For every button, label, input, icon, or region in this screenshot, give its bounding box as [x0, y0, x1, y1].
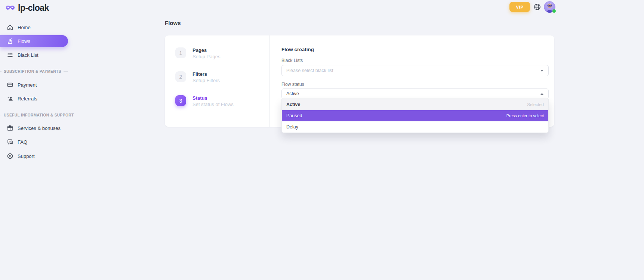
mask-logo-icon	[6, 4, 15, 12]
sidebar-item-flows[interactable]: Flows	[0, 35, 68, 47]
home-icon	[7, 24, 13, 31]
online-status-dot	[552, 9, 556, 13]
language-globe-icon[interactable]	[534, 3, 541, 10]
sidebar-item-label: Services & bonuses	[18, 125, 61, 131]
list-icon	[7, 52, 13, 58]
section-title: SUBSCRIPTION & PAYMENTS	[4, 69, 61, 74]
sidebar-item-label: Payment	[18, 82, 37, 88]
step-title: Status	[192, 95, 234, 101]
chevron-down-icon	[540, 70, 543, 72]
wizard-step-filters[interactable]: 2 Filters Setup Filters	[175, 71, 269, 83]
vip-button[interactable]: VIP	[509, 2, 530, 12]
section-title: USEFUL INFORMATION & SUPPORT	[4, 113, 74, 117]
option-label: Delay	[286, 124, 298, 130]
step-number: 1	[175, 47, 186, 58]
flow-status-label: Flow status	[281, 82, 549, 87]
flows-stack-icon	[7, 38, 13, 44]
sidebar-item-services-bonuses[interactable]: Services & bonuses	[0, 122, 75, 134]
sidebar-item-label: Referrals	[18, 96, 37, 102]
flow-creating-form: Flow creating Black Lists Please select …	[270, 35, 554, 127]
flow-status-select[interactable]: Active	[281, 88, 549, 99]
flow-status-combobox: Active Active Selected Paused Press ente…	[281, 88, 549, 99]
flow-status-options: Active Selected Paused Press enter to se…	[281, 99, 549, 133]
wizard-steps: 1 Pages Setup Pages 2 Filters Setup Filt…	[165, 35, 270, 127]
person-star-icon	[7, 95, 13, 102]
sidebar-item-support[interactable]: Support	[0, 150, 75, 162]
step-number: 3	[175, 95, 186, 106]
sidebar-item-label: Home	[18, 25, 31, 30]
user-avatar[interactable]	[544, 1, 555, 13]
option-active[interactable]: Active Selected	[282, 99, 548, 110]
chevron-up-icon	[540, 93, 543, 95]
option-label: Paused	[286, 113, 302, 118]
form-title: Flow creating	[281, 47, 549, 52]
page-title: Flows	[165, 20, 181, 26]
wizard-step-pages[interactable]: 1 Pages Setup Pages	[175, 47, 269, 59]
black-lists-label: Black Lists	[281, 58, 549, 63]
black-lists-select[interactable]: Please select black list	[281, 65, 549, 76]
lifebuoy-icon	[7, 153, 13, 159]
svg-text:?!: ?!	[9, 140, 11, 143]
sidebar-item-label: FAQ	[18, 139, 27, 145]
sidebar-item-label: Black List	[18, 52, 38, 58]
gift-icon	[7, 125, 13, 131]
sidebar-item-label: Flows	[18, 38, 30, 44]
sidebar-item-home[interactable]: Home	[0, 21, 75, 33]
faq-bubble-icon: ?!	[7, 139, 13, 145]
option-delay[interactable]: Delay	[282, 121, 548, 133]
step-subtitle: Setup Filters	[192, 78, 220, 83]
sidebar-section-subscription: SUBSCRIPTION & PAYMENTS	[0, 69, 68, 74]
sidebar-item-black-list[interactable]: Black List	[0, 49, 75, 61]
credit-card-icon	[7, 81, 13, 88]
sidebar-item-label: Support	[18, 153, 35, 159]
step-title: Filters	[192, 71, 220, 77]
step-subtitle: Setup Pages	[192, 54, 220, 59]
option-label: Active	[286, 102, 301, 107]
flow-status-value: Active	[286, 91, 299, 96]
sidebar-section-support: USEFUL INFORMATION & SUPPORT	[0, 113, 68, 117]
step-number: 2	[175, 71, 186, 82]
option-paused[interactable]: Paused Press enter to select	[282, 110, 548, 121]
black-lists-placeholder: Please select black list	[286, 68, 333, 73]
option-enter-hint: Press enter to select	[506, 113, 544, 118]
flow-creating-card: 1 Pages Setup Pages 2 Filters Setup Filt…	[165, 35, 554, 127]
wizard-step-status[interactable]: 3 Status Set status of Flows	[175, 95, 269, 107]
app-name: lp-cloak	[18, 3, 49, 13]
option-selected-hint: Selected	[527, 102, 544, 107]
app-root: lp-cloak VIP	[0, 0, 644, 280]
app-logo[interactable]: lp-cloak	[6, 3, 49, 13]
step-title: Pages	[192, 47, 220, 53]
sidebar-item-referrals[interactable]: Referrals	[0, 93, 75, 105]
sidebar-item-payment[interactable]: Payment	[0, 79, 75, 91]
sidebar-item-faq[interactable]: ?! FAQ	[0, 136, 75, 148]
step-subtitle: Set status of Flows	[192, 102, 234, 107]
header-actions: VIP	[509, 1, 555, 13]
